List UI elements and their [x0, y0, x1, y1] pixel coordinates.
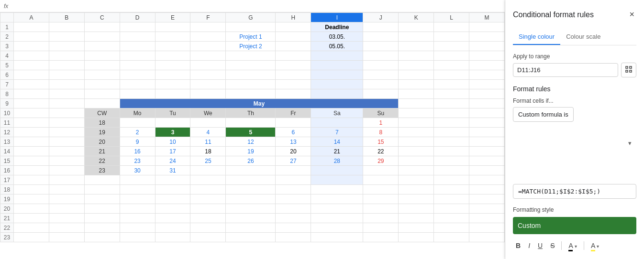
cell-su-header[interactable]: Su	[363, 108, 399, 118]
cell-c3[interactable]	[84, 42, 120, 51]
cell-j1[interactable]	[363, 22, 399, 32]
cell-cw14[interactable]: 21	[84, 147, 120, 156]
cell-th-header[interactable]: Th	[226, 108, 276, 118]
cell-cw-header[interactable]: CW	[84, 108, 120, 118]
col-header-d[interactable]: D	[120, 13, 155, 22]
cell-e1[interactable]	[155, 22, 190, 32]
cell-c2[interactable]	[84, 32, 120, 42]
cell-a1[interactable]	[14, 22, 49, 32]
col-header-l[interactable]: L	[434, 13, 469, 22]
cell-k2[interactable]	[399, 32, 434, 42]
italic-button[interactable]: I	[525, 240, 533, 251]
row-num: 2	[0, 32, 14, 42]
range-input[interactable]	[513, 63, 618, 77]
col-header-b[interactable]: B	[49, 13, 84, 22]
cell-g3[interactable]: Project 2	[226, 42, 276, 51]
cell-f2[interactable]	[190, 32, 226, 42]
format-condition-dropdown-wrapper: Custom formula is	[513, 107, 636, 178]
cell-m2[interactable]	[469, 32, 505, 42]
cell-l3[interactable]	[434, 42, 469, 51]
custom-style-button[interactable]: Custom	[513, 217, 636, 234]
cell-e3[interactable]	[155, 42, 190, 51]
cell-e2[interactable]	[155, 32, 190, 42]
cell-d1[interactable]	[120, 22, 155, 32]
cell-mo12[interactable]: 2	[120, 128, 155, 137]
bold-button[interactable]: B	[513, 240, 523, 251]
cell-f1[interactable]	[190, 22, 226, 32]
format-condition-dropdown[interactable]: Custom formula is	[513, 107, 574, 122]
col-header-k[interactable]: K	[399, 13, 434, 22]
font-color-button[interactable]: A ▾	[566, 240, 579, 251]
cell-g1[interactable]	[226, 22, 276, 32]
cell-we-header[interactable]: We	[190, 108, 226, 118]
cell-b1[interactable]	[49, 22, 84, 32]
underline-button[interactable]: U	[535, 240, 545, 251]
cell-may[interactable]: May	[120, 99, 399, 108]
formula-input[interactable]	[513, 184, 636, 199]
cell-k1[interactable]	[399, 22, 434, 32]
cell-mo-header[interactable]: Mo	[120, 108, 155, 118]
cell-cw15[interactable]: 22	[84, 156, 120, 166]
cell-th12[interactable]: 5	[226, 128, 276, 137]
cell-l1[interactable]	[434, 22, 469, 32]
cell-sa12[interactable]: 7	[311, 128, 363, 137]
cell-i1[interactable]: Deadline	[311, 22, 363, 32]
cell-i3[interactable]: 05.05.	[311, 42, 363, 51]
cell-i2[interactable]: 03.05.	[311, 32, 363, 42]
tab-colour-scale[interactable]: Colour scale	[560, 29, 606, 45]
highlight-dropdown-icon: ▾	[597, 244, 599, 249]
font-color-dropdown-icon: ▾	[575, 244, 577, 249]
cell-su12[interactable]: 8	[363, 128, 399, 137]
cell-we12[interactable]: 4	[190, 128, 226, 137]
cell-j2[interactable]	[363, 32, 399, 42]
col-header-h[interactable]: H	[276, 13, 311, 22]
col-header-m[interactable]: M	[469, 13, 505, 22]
col-header-i[interactable]: I	[311, 13, 363, 22]
cell-a3[interactable]	[14, 42, 49, 51]
col-header-a[interactable]: A	[14, 13, 49, 22]
cell-cw13[interactable]: 20	[84, 137, 120, 147]
cell-h2[interactable]	[276, 32, 311, 42]
table-row: 6	[0, 70, 505, 80]
cell-tu12[interactable]: 3	[155, 128, 190, 137]
tab-single-colour[interactable]: Single colour	[513, 29, 560, 45]
cell-d2[interactable]	[120, 32, 155, 42]
cell-m3[interactable]	[469, 42, 505, 51]
cell-sa-header[interactable]: Sa	[311, 108, 363, 118]
cell-c1[interactable]	[84, 22, 120, 32]
cell-tu-header[interactable]: Tu	[155, 108, 190, 118]
cell-cw11[interactable]: 18	[84, 118, 120, 128]
cell-m1[interactable]	[469, 22, 505, 32]
cell-cw12[interactable]: 19	[84, 128, 120, 137]
cell-a2[interactable]	[14, 32, 49, 42]
cell-fr-header[interactable]: Fr	[276, 108, 311, 118]
table-row: 1 Deadline	[0, 22, 505, 32]
col-header-j[interactable]: J	[363, 13, 399, 22]
cell-d3[interactable]	[120, 42, 155, 51]
col-header-c[interactable]: C	[84, 13, 120, 22]
table-row: 11 18 1	[0, 118, 505, 128]
col-header-g[interactable]: G	[226, 13, 276, 22]
table-row: 20	[0, 204, 505, 214]
cell-su11[interactable]: 1	[363, 118, 399, 128]
cell-h1[interactable]	[276, 22, 311, 32]
close-button[interactable]: ×	[627, 8, 636, 22]
table-row: 17	[0, 175, 505, 185]
cell-fr12[interactable]: 6	[276, 128, 311, 137]
cell-h3[interactable]	[276, 42, 311, 51]
cell-k3[interactable]	[399, 42, 434, 51]
cell-b3[interactable]	[49, 42, 84, 51]
col-header-f[interactable]: F	[190, 13, 226, 22]
strikethrough-button[interactable]: S	[547, 240, 557, 251]
cell-cw16[interactable]: 23	[84, 166, 120, 175]
range-grid-button[interactable]	[621, 63, 636, 77]
panel-header: Conditional format rules ×	[513, 8, 636, 22]
cell-b2[interactable]	[49, 32, 84, 42]
cell-f3[interactable]	[190, 42, 226, 51]
cell-g2[interactable]: Project 1	[226, 32, 276, 42]
highlight-color-button[interactable]: A ▾	[588, 240, 602, 251]
table-row: 19	[0, 194, 505, 204]
cell-j3[interactable]	[363, 42, 399, 51]
cell-l2[interactable]	[434, 32, 469, 42]
col-header-e[interactable]: E	[155, 13, 190, 22]
